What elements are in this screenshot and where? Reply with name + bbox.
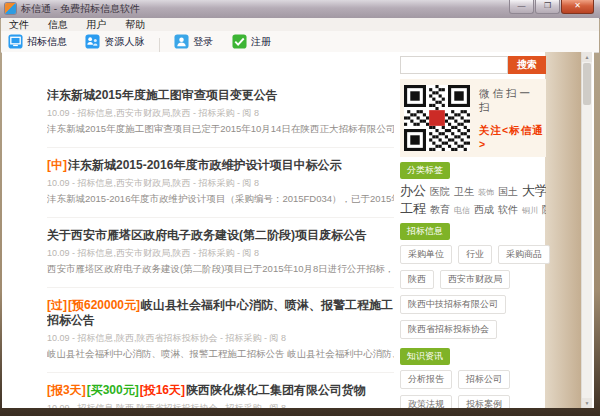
toolbar-register-label: 注册	[251, 35, 271, 49]
tag-link[interactable]: 办公	[400, 183, 426, 198]
announcement-title[interactable]: [报3天][买300元][投16天]陕西陕化煤化工集团有限公司货物	[47, 383, 394, 398]
中-badge: [中]	[47, 158, 67, 172]
sidebar-filter-button[interactable]: 政策法规	[400, 395, 452, 408]
list-item[interactable]: 关于西安市雁塔区政府电子政务建设(第二阶段)项目废标公告10.09 - 招标信息…	[47, 218, 394, 288]
button-row: 陕西中技招标有限公司	[400, 293, 546, 318]
announcement-excerpt: 沣东新城2015-2016年度市政维护设计项目（采购编号：2015FD034），…	[47, 193, 394, 206]
menu-help[interactable]: 帮助	[117, 18, 153, 31]
button-row: 政策法规投标案例	[400, 393, 546, 408]
预620000元-badge: [预620000元]	[68, 298, 140, 312]
wechat-text: 微信扫一扫 关注<标信通>	[479, 87, 546, 150]
toolbar-bid-info-button[interactable]: 招标信息	[1, 32, 74, 51]
tag-link[interactable]: 装饰	[478, 188, 494, 197]
toolbar-login-button[interactable]: 登录	[167, 32, 220, 51]
menu-file[interactable]: 文件	[1, 18, 37, 31]
sidebar-filter-button[interactable]: 陕西省招标投标协会	[400, 320, 497, 339]
announcement-excerpt: 岐山县社会福利中心消防、喷淋、报警工程施工招标公告 岐山县社会福利中心消防、喷淋…	[47, 348, 394, 361]
people-network-icon	[85, 34, 100, 49]
main-content: 沣东新城2015年度施工图审查项目变更公告10.09 - 招标信息,西安市财政局…	[2, 52, 594, 408]
button-row: 陕西西安市财政局	[400, 268, 546, 293]
list-item[interactable]: 沣东新城2015年度施工图审查项目变更公告10.09 - 招标信息,西安市财政局…	[47, 78, 394, 148]
sidebar-filter-button[interactable]: 陕西	[400, 270, 434, 289]
announcement-meta: 10.09 - 招标信息,陕西,陕西省招标投标协会 - 招标采购 - 阅 8	[47, 332, 394, 345]
tag-row: 工程教育电信西成软件铜川陕煤集成	[400, 200, 546, 218]
tag-link[interactable]: 铜川	[522, 206, 538, 215]
register-check-icon	[232, 34, 247, 49]
tag-link[interactable]: 软件	[498, 204, 518, 215]
sidebar-filter-button[interactable]: 分析报告	[400, 370, 452, 389]
sidebar-filter-button[interactable]: 采购单位	[400, 245, 452, 264]
toolbar-network-label: 资源人脉	[104, 35, 144, 49]
tag-link[interactable]: 西成	[474, 204, 494, 215]
announcement-meta: 10.09 - 招标信息,西安市财政局,陕西 - 招标采购 - 阅 8	[47, 247, 394, 260]
close-button[interactable]: ✕	[561, 0, 594, 14]
minimize-button[interactable]: —	[509, 0, 534, 14]
sidebar-filter-button[interactable]: 西安市财政局	[440, 270, 510, 289]
login-user-icon	[174, 34, 189, 49]
wechat-scan-label: 微信扫一扫	[479, 87, 546, 115]
tag-row: 办公医院卫生装饰国土大学学校安防	[400, 182, 546, 200]
wechat-qr-code	[404, 85, 470, 151]
过-badge: [过]	[47, 298, 67, 312]
toolbar-network-button[interactable]: 资源人脉	[78, 32, 151, 51]
app-icon	[5, 3, 16, 14]
toolbar-login-label: 登录	[193, 35, 213, 49]
announcement-excerpt: 西安市雁塔区政府电子政务建设(第二阶段)项目已于2015年10月8日进行公开招标…	[47, 263, 394, 276]
toolbar-register-button[interactable]: 注册	[225, 32, 278, 51]
announcement-title[interactable]: 关于西安市雁塔区政府电子政务建设(第二阶段)项目废标公告	[47, 228, 394, 243]
sidebar-filter-button[interactable]: 行业	[458, 245, 492, 264]
vertical-scrollbar[interactable]: ▲ ▼	[581, 52, 592, 408]
button-row: 陕西省招标投标协会	[400, 318, 546, 343]
toolbar-separator	[159, 38, 160, 52]
tag-link[interactable]: 医院	[430, 186, 450, 197]
bid-info-icon	[8, 34, 23, 49]
announcement-meta: 10.09 - 招标信息,西安市财政局,陕西 - 招标采购 - 阅 8	[47, 107, 394, 120]
maximize-button[interactable]: ❒	[535, 0, 560, 14]
scroll-up-icon[interactable]: ▲	[582, 52, 592, 62]
tag-link[interactable]: 电信	[454, 206, 470, 215]
scrollbar-thumb[interactable]	[583, 63, 591, 105]
window-title: 标信通 - 免费招标信息软件	[21, 0, 140, 18]
买300元-badge: [买300元]	[87, 383, 139, 397]
toolbar-bid-info-label: 招标信息	[27, 35, 67, 49]
sidebar-filter-button[interactable]: 采购商品	[498, 245, 550, 264]
announcement-list: 沣东新城2015年度施工图审查项目变更公告10.09 - 招标信息,西安市财政局…	[47, 78, 394, 408]
menubar: 文件 信息 用户 帮助	[1, 18, 599, 31]
search-input[interactable]	[400, 56, 508, 74]
menu-info[interactable]: 信息	[40, 18, 76, 31]
list-item[interactable]: [中]沣东新城2015-2016年度市政维护设计项目中标公示10.09 - 招标…	[47, 148, 394, 218]
announcement-excerpt: 沣东新城2015年度施工图审查项目已定于2015年10月14日在陕西正大招标有限…	[47, 123, 394, 136]
window-controls: — ❒ ✕	[509, 0, 594, 14]
sidebar-filter-button[interactable]: 招标公司	[458, 370, 510, 389]
wechat-follow-link[interactable]: 关注<标信通>	[479, 124, 546, 150]
tag-link[interactable]: 卫生	[454, 186, 474, 197]
announcement-meta: 10.09 - 招标信息,西安市财政局,陕西 - 招标采购 - 阅 8	[47, 177, 394, 190]
tag-link[interactable]: 教育	[430, 204, 450, 215]
menu-user[interactable]: 用户	[79, 18, 115, 31]
scroll-down-icon[interactable]: ▼	[582, 398, 592, 408]
list-item[interactable]: [报3天][买300元][投16天]陕西陕化煤化工集团有限公司货物10.09 -…	[47, 373, 394, 408]
knowledge-section-label: 知识资讯	[400, 348, 450, 365]
announcement-meta: 10.09 - 招标信息,陕西,陕西省招标投标协会 - 招标采购 - 阅 8	[47, 402, 394, 408]
tag-link[interactable]: 国土	[498, 186, 518, 197]
titlebar: 标信通 - 免费招标信息软件 — ❒ ✕	[0, 0, 600, 19]
toolbar: 招标信息 资源人脉 登录 注册	[1, 31, 599, 53]
wechat-panel: 微信扫一扫 关注<标信通>	[400, 79, 546, 157]
button-row: 分析报告招标公司	[400, 368, 546, 393]
tag-link[interactable]: 工程	[400, 201, 426, 216]
tag-cloud: 办公医院卫生装饰国土大学学校安防工程教育电信西成软件铜川陕煤集成	[400, 182, 546, 218]
tag-link[interactable]: 大学	[522, 183, 546, 198]
knowledge-buttons: 分析报告招标公司政策法规投标案例经验分享新闻动态招标网址大全	[400, 368, 546, 408]
announcement-title[interactable]: [过][预620000元]岐山县社会福利中心消防、喷淋、报警工程施工招标公告	[47, 298, 394, 328]
announcement-title[interactable]: 沣东新城2015年度施工图审查项目变更公告	[47, 88, 394, 103]
tag-link[interactable]: 陕煤	[542, 204, 546, 215]
announcement-title[interactable]: [中]沣东新城2015-2016年度市政维护设计项目中标公示	[47, 158, 394, 173]
search-button[interactable]: 搜索	[508, 56, 546, 74]
button-row: 采购单位行业采购商品	[400, 243, 546, 268]
search-bar: 搜索	[400, 56, 546, 74]
right-sidebar: 搜索 微信扫一扫 关注<标信通> 分类标签 办公医院卫生装饰国土大学学校安防工程…	[400, 56, 546, 408]
list-item[interactable]: [过][预620000元]岐山县社会福利中心消防、喷淋、报警工程施工招标公告10…	[47, 288, 394, 373]
sidebar-filter-button[interactable]: 投标案例	[458, 395, 510, 408]
报3天-badge: [报3天]	[47, 383, 86, 397]
sidebar-filter-button[interactable]: 陕西中技招标有限公司	[400, 295, 506, 314]
